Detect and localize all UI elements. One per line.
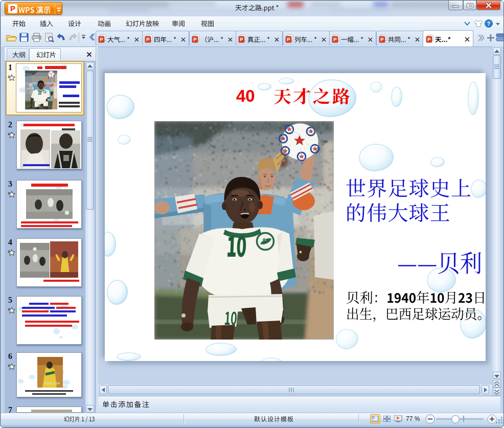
svg-text:P: P <box>287 36 290 42</box>
svg-text:P: P <box>427 36 431 42</box>
svg-text:P: P <box>240 36 243 42</box>
svg-text:P: P <box>380 36 384 42</box>
svg-text:?: ? <box>487 20 490 27</box>
svg-text:P: P <box>100 36 103 42</box>
svg-text:P: P <box>146 36 150 42</box>
svg-text:P: P <box>333 36 337 42</box>
svg-text:XINHUA: XINHUA <box>44 381 60 386</box>
svg-text:P: P <box>193 36 197 42</box>
